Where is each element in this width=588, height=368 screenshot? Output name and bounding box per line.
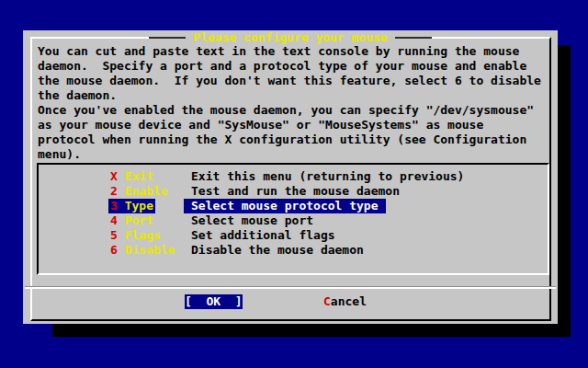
menu-item-desc: Select mouse port xyxy=(184,213,321,228)
body-line: the daemon. xyxy=(38,88,541,103)
dialog-shadow xyxy=(52,324,571,337)
button-row: [ OK ] Cancel xyxy=(23,294,558,309)
dialog-shadow xyxy=(558,45,571,337)
menu-item-keytag: 4 Port xyxy=(108,213,155,228)
body-line: protocol when running the X configuratio… xyxy=(38,132,541,147)
cancel-label-rest: ancel xyxy=(331,294,367,308)
dialog-body: You can cut and paste text in the text c… xyxy=(38,44,541,162)
menu-item-keytag: X Exit xyxy=(108,169,155,184)
body-line: You can cut and paste text in the text c… xyxy=(38,44,541,59)
ok-button[interactable]: [ OK ] xyxy=(185,294,243,309)
menu-item-desc: Exit this menu (returning to previous) xyxy=(184,169,471,184)
menu-item-tag: Enable xyxy=(125,184,168,198)
title-dash-left xyxy=(149,37,186,39)
console-screen: Please configure your mouse You can cut … xyxy=(0,0,588,368)
title-dash-right xyxy=(395,37,432,39)
menu-list: X Exit Exit this menu (returning to prev… xyxy=(37,163,549,275)
cancel-hotkey: C xyxy=(323,294,331,308)
menu-item-enable[interactable]: 2 Enable Test and run the mouse daemon xyxy=(39,184,548,199)
menu-item-disable[interactable]: 6 Disable Disable the mouse daemon xyxy=(39,243,548,258)
menu-item-hotkey: 3 xyxy=(110,199,118,213)
body-line: menu). xyxy=(38,147,541,162)
body-line: Once you've enabled the mouse daemon, yo… xyxy=(38,103,541,118)
mouse-config-dialog: Please configure your mouse You can cut … xyxy=(23,30,558,324)
body-line: daemon. Specify a port and a protocol ty… xyxy=(38,59,541,74)
menu-item-tag: Exit xyxy=(125,169,153,183)
menu-item-exit[interactable]: X Exit Exit this menu (returning to prev… xyxy=(39,169,548,184)
menu-item-desc: Set additional flags xyxy=(184,228,343,243)
menu-item-tag: Port xyxy=(125,213,153,227)
button-separator xyxy=(25,286,556,289)
menu-item-port[interactable]: 4 Port Select mouse port xyxy=(39,213,548,228)
menu-item-hotkey: 2 xyxy=(110,184,118,198)
dialog-title: Please configure your mouse xyxy=(186,30,394,45)
body-line: as your mouse device and "SysMouse" or "… xyxy=(38,118,541,132)
menu-item-flags[interactable]: 5 Flags Set additional flags xyxy=(39,228,548,243)
body-line: the mouse daemon. If you don't want this… xyxy=(38,74,541,88)
menu-item-keytag: 5 Flags xyxy=(108,228,163,243)
menu-item-tag: Type xyxy=(125,199,153,213)
menu-item-keytag: 6 Disable xyxy=(108,243,176,258)
cancel-button[interactable]: Cancel xyxy=(323,294,367,309)
menu-item-hotkey: 6 xyxy=(110,243,118,257)
menu-item-desc: Disable the mouse daemon xyxy=(184,243,371,258)
menu-item-desc: Test and run the mouse daemon xyxy=(184,184,407,199)
menu-item-tag: Disable xyxy=(125,243,175,257)
menu-item-type[interactable]: 3 Type Select mouse protocol type xyxy=(39,199,548,213)
menu-item-hotkey: 4 xyxy=(110,213,118,227)
menu-item-hotkey: 5 xyxy=(110,228,118,242)
menu-item-desc: Select mouse protocol type xyxy=(184,199,386,213)
menu-item-keytag: 2 Enable xyxy=(108,184,170,199)
menu-item-keytag: 3 Type xyxy=(108,199,155,213)
menu-item-hotkey: X xyxy=(110,169,118,183)
dialog-title-row: Please configure your mouse xyxy=(23,30,558,45)
menu-item-tag: Flags xyxy=(125,228,161,242)
